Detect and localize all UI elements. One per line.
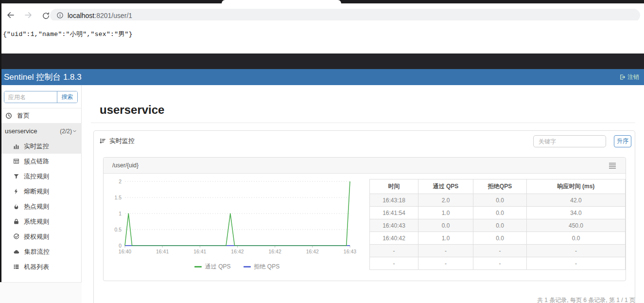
sidebar-item-熔断规则[interactable]: 熔断规则 [0,184,82,199]
table-row: 16:40:421.00.00.0 [370,232,626,245]
screen: localhost:8201/user/1 {"uid":1,"name":"小… [0,0,644,303]
table-cell: 0.0 [418,219,473,232]
table-cell: 16:41:54 [370,207,418,219]
menu-item-label: 系统规则 [24,217,49,226]
sidebar-item-簇点链路[interactable]: 簇点链路 [0,154,82,169]
forward-icon[interactable] [22,9,34,21]
menu-item-label: 集群流控 [24,248,50,256]
table-cell: - [527,257,626,270]
keyword-input[interactable] [533,135,606,147]
sidebar-menu: 实时监控簇点链路流控规则熔断规则热点规则系统规则授权规则集群流控机器列表 [0,139,82,274]
url-bar[interactable]: localhost:8201/user/1 [50,9,640,22]
browser-tab[interactable] [222,0,341,3]
sidebar-item-集群流控[interactable]: 集群流控 [0,244,82,259]
legend-label: 通过 QPS [205,263,231,271]
resource-card-header: /user/{uid} [104,158,626,174]
table-header-cell: 响应时间 (ms) [527,179,626,194]
legend-dash [194,266,202,267]
chevron-down-icon [72,129,77,133]
bolt-icon [13,188,19,195]
metric-table: 时间通过 QPS拒绝QPS响应时间 (ms) 16:43:182.00.042.… [369,179,626,270]
table-icon [13,158,19,164]
sidebar-item-授权规则[interactable]: 授权规则 [0,229,82,244]
info-icon[interactable] [56,12,64,19]
app-health-badge: (2/2) [60,128,77,135]
menu-item-label: 实时监控 [24,142,49,151]
table-cell: - [473,257,527,270]
bar-chart-icon [13,143,19,149]
app-header: Sentinel 控制台 1.8.3 注销 [0,69,644,85]
table-cell: 16:40:43 [370,219,418,232]
sidebar-item-流控规则[interactable]: 流控规则 [0,169,82,184]
pagination-text: 共 1 条记录, 每页 6 条记录, 第 1 / 1 页 [0,296,635,303]
table-cell: 0.0 [527,232,626,245]
sidebar-item-实时监控[interactable]: 实时监控 [0,139,82,154]
table-cell: - [370,257,418,270]
table-cell: 450.0 [527,219,626,232]
table-cell: - [418,245,473,257]
logout-icon [619,74,626,80]
table-row: ---- [370,257,626,270]
y-tick-label: 0 [119,243,122,249]
table-cell: 16:40:42 [370,232,418,245]
window-top-bar [0,53,644,69]
table-row: 16:40:430.00.0450.0 [370,219,626,232]
clock-icon [5,112,12,119]
x-tick-label: 16:42 [269,249,281,254]
table-header-cell: 通过 QPS [418,179,473,194]
legend-item[interactable]: 拒绝 QPS [244,263,280,271]
divider [91,123,635,123]
filter-icon [13,173,19,179]
table-cell: - [473,245,527,257]
y-tick-label: 0.5 [114,227,122,232]
logout-label: 注销 [627,73,639,81]
legend-dash [244,266,251,267]
panel-title: 实时监控 [109,137,135,145]
table-cell: 0.0 [473,232,527,245]
table-cell: 16:43:18 [370,194,418,207]
sort-amount-icon [99,138,106,144]
x-tick-label: 16:40 [119,249,131,254]
sidebar-item-home[interactable]: 首页 [0,108,82,123]
sidebar-item-机器列表[interactable]: 机器列表 [0,259,82,274]
x-tick-label: 16:41 [156,249,169,254]
y-tick-label: 1.5 [114,195,122,200]
table-header-row: 时间通过 QPS拒绝QPS响应时间 (ms) [370,179,626,194]
table-cell: - [527,245,626,257]
window-left-edge [0,0,1,282]
table-header-cell: 时间 [370,179,418,194]
app-search-input[interactable] [4,91,57,103]
back-icon[interactable] [5,9,17,21]
menu-item-label: 流控规则 [24,172,49,181]
json-response-text: {"uid":1,"name":"小明","sex":"男"} [3,30,133,38]
lock-icon [13,218,19,225]
app-title: Sentinel 控制台 1.8.3 [4,71,82,83]
sidebar-item-热点规则[interactable]: 热点规则 [0,199,82,214]
sidebar-item-系统规则[interactable]: 系统规则 [0,214,82,229]
url-text: localhost:8201/user/1 [68,12,132,19]
sort-order-button[interactable]: 升序 [614,135,631,147]
table-cell: 1.0 [418,232,473,245]
table-header-cell: 拒绝QPS [473,179,527,194]
table-row: 16:41:541.00.034.0 [370,207,626,219]
search-button[interactable]: 搜索 [57,91,77,103]
sidebar-app-group[interactable]: userservice (2/2) [0,124,82,139]
table-cell: 34.0 [527,207,626,219]
legend-item[interactable]: 通过 QPS [194,263,231,271]
logout-link[interactable]: 注销 [619,73,639,81]
table-cell: 0.0 [473,207,527,219]
menu-icon[interactable] [609,162,616,169]
panel-header: 实时监控 [99,137,135,145]
app-search-group: 搜索 [4,91,78,103]
y-tick-label: 1 [119,211,122,216]
check-circle-icon [13,233,19,240]
table-cell: 0.0 [473,194,527,207]
table-cell: 1.0 [418,207,473,219]
cloud-icon [13,249,20,255]
list-icon [13,264,19,270]
qps-chart: 00.511.5216:4016:4116:4116:4216:4216:421… [109,174,367,261]
table-cell: 42.0 [527,194,626,207]
table-row: 16:43:182.00.042.0 [370,194,626,207]
sidebar-home-label: 首页 [17,111,30,120]
menu-item-label: 授权规则 [24,232,49,241]
